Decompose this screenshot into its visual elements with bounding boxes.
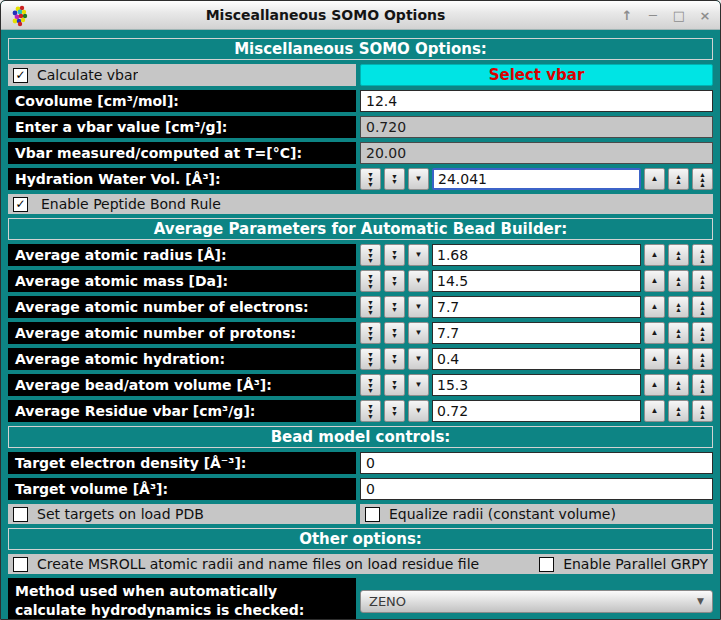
increment-fast-button[interactable]: ▲▲▲ <box>692 168 713 190</box>
increment-medium-button[interactable]: ▲▲ <box>668 374 689 396</box>
vbar-temperature-label: Vbar measured/computed at T=[°C]: <box>8 142 356 164</box>
decrement-medium-button[interactable]: ▼▼ <box>384 348 405 370</box>
avg-atomic-mass-input[interactable] <box>432 270 641 292</box>
decrement-button[interactable]: ▼ <box>408 322 429 344</box>
increment-medium-button[interactable]: ▲▲ <box>668 244 689 266</box>
calculate-vbar-checkbox[interactable]: ✓ <box>13 68 28 83</box>
decrement-fast-button[interactable]: ▼▼▼ <box>360 296 381 318</box>
increment-button[interactable]: ▲ <box>644 244 665 266</box>
avg-residue-vbar-label: Average Residue vbar [cm³/g]: <box>8 400 356 422</box>
decrement-medium-button[interactable]: ▼▼ <box>384 244 405 266</box>
decrement-fast-button[interactable]: ▼▼▼ <box>360 374 381 396</box>
decrement-medium-button[interactable]: ▼▼ <box>384 374 405 396</box>
avg-electrons-input[interactable] <box>432 296 641 318</box>
increment-medium-button[interactable]: ▲▲ <box>668 322 689 344</box>
decrement-button[interactable]: ▼ <box>408 270 429 292</box>
increment-fast-button[interactable]: ▲▲▲ <box>692 374 713 396</box>
minimize-window-icon[interactable]: ─ <box>646 9 660 22</box>
avg-hydration-input[interactable] <box>432 348 641 370</box>
increment-fast-button[interactable]: ▲▲▲ <box>692 322 713 344</box>
set-targets-group: Set targets on load PDB <box>8 504 356 524</box>
decrement-medium-button[interactable]: ▼▼ <box>384 400 405 422</box>
covolume-input[interactable] <box>360 90 713 112</box>
down-arrow-icon: ▼ <box>415 277 423 285</box>
avg-protons-input[interactable] <box>432 322 641 344</box>
method-dropdown[interactable]: ZENO ▼ <box>360 590 713 613</box>
decrement-medium-button[interactable]: ▼▼ <box>384 322 405 344</box>
decrement-medium-button[interactable]: ▼▼ <box>384 296 405 318</box>
decrement-fast-button[interactable]: ▼▼▼ <box>360 168 381 190</box>
increment-medium-button[interactable]: ▲▲ <box>668 348 689 370</box>
increment-button[interactable]: ▲ <box>644 168 665 190</box>
increment-fast-button[interactable]: ▲▲▲ <box>692 296 713 318</box>
down-arrow-icon: ▼ <box>415 251 423 259</box>
increment-button[interactable]: ▲ <box>644 348 665 370</box>
decrement-fast-button[interactable]: ▼▼▼ <box>360 348 381 370</box>
bead-checkbox-row: Set targets on load PDB Equalize radii (… <box>8 504 713 524</box>
decrement-button[interactable]: ▼ <box>408 296 429 318</box>
increment-fast-button[interactable]: ▲▲▲ <box>692 348 713 370</box>
avg-bead-volume-input[interactable] <box>432 374 641 396</box>
increment-button[interactable]: ▲ <box>644 322 665 344</box>
avg-atomic-radius-input[interactable] <box>432 244 641 266</box>
close-window-icon[interactable]: × <box>698 9 712 22</box>
maximize-window-icon[interactable]: □ <box>672 9 686 22</box>
set-targets-checkbox[interactable] <box>13 507 28 522</box>
peptide-bond-rule-row: ✓ Enable Peptide Bond Rule <box>8 194 713 214</box>
down-arrow-icon: ▼ <box>415 355 423 363</box>
increment-button[interactable]: ▲ <box>644 400 665 422</box>
decrement-button[interactable]: ▼ <box>408 400 429 422</box>
avg-protons-label: Average atomic number of protons: <box>8 322 356 344</box>
method-label: Method used when automatically calculate… <box>8 578 356 620</box>
down-arrow-icon: ▼ <box>415 303 423 311</box>
decrement-button[interactable]: ▼ <box>408 348 429 370</box>
increment-medium-button[interactable]: ▲▲ <box>668 296 689 318</box>
up-arrow-icon: ▲ <box>651 381 659 389</box>
decrement-button[interactable]: ▼ <box>408 168 429 190</box>
parallel-grpy-checkbox[interactable] <box>539 557 554 572</box>
msroll-group: Create MSROLL atomic radii and name file… <box>13 556 479 572</box>
avg-bead-volume-counter: ▼▼▼ ▼▼ ▼ ▲ ▲▲ ▲▲▲ <box>360 374 713 396</box>
down-arrow-icon: ▼ <box>415 175 423 183</box>
target-volume-input[interactable] <box>360 478 713 500</box>
up-arrow-icon: ▲ <box>651 251 659 259</box>
shade-window-icon[interactable]: ↑ <box>620 9 634 22</box>
vbar-temperature-input <box>360 142 713 164</box>
vbar-value-input <box>360 116 713 138</box>
avg-residue-vbar-input[interactable] <box>432 400 641 422</box>
decrement-fast-button[interactable]: ▼▼▼ <box>360 270 381 292</box>
down-arrow-icon: ▼ <box>415 381 423 389</box>
vbar-temperature-row: Vbar measured/computed at T=[°C]: <box>8 142 713 164</box>
increment-fast-button[interactable]: ▲▲▲ <box>692 244 713 266</box>
peptide-bond-rule-checkbox[interactable]: ✓ <box>13 197 28 212</box>
hydration-water-vol-input[interactable] <box>432 168 641 190</box>
covolume-label: Covolume [cm³/mol]: <box>8 90 356 112</box>
avg-electrons-counter: ▼▼▼ ▼▼ ▼ ▲ ▲▲ ▲▲▲ <box>360 296 713 318</box>
calculate-vbar-label: Calculate vbar <box>37 67 138 83</box>
decrement-fast-button[interactable]: ▼▼▼ <box>360 244 381 266</box>
avg-atomic-mass-label: Average atomic mass [Da]: <box>8 270 356 292</box>
title-bar: Misceallaneous SOMO Options ↑ ─ □ × <box>1 1 720 30</box>
increment-fast-button[interactable]: ▲▲▲ <box>692 400 713 422</box>
decrement-medium-button[interactable]: ▼▼ <box>384 168 405 190</box>
decrement-button[interactable]: ▼ <box>408 374 429 396</box>
msroll-checkbox[interactable] <box>13 557 28 572</box>
down-arrow-icon: ▼ <box>415 329 423 337</box>
increment-medium-button[interactable]: ▲▲ <box>668 400 689 422</box>
target-density-input[interactable] <box>360 452 713 474</box>
avg-atomic-radius-label: Average atomic radius [Å]: <box>8 244 356 266</box>
increment-button[interactable]: ▲ <box>644 296 665 318</box>
decrement-medium-button[interactable]: ▼▼ <box>384 270 405 292</box>
decrement-fast-button[interactable]: ▼▼▼ <box>360 322 381 344</box>
equalize-radii-checkbox[interactable] <box>365 507 380 522</box>
decrement-fast-button[interactable]: ▼▼▼ <box>360 400 381 422</box>
increment-button[interactable]: ▲ <box>644 374 665 396</box>
increment-medium-button[interactable]: ▲▲ <box>668 168 689 190</box>
select-vbar-button[interactable]: Select vbar <box>360 64 713 86</box>
target-density-label: Target electron density [Å⁻³]: <box>8 452 356 474</box>
increment-fast-button[interactable]: ▲▲▲ <box>692 270 713 292</box>
increment-medium-button[interactable]: ▲▲ <box>668 270 689 292</box>
avg-hydration-label: Average atomic hydration: <box>8 348 356 370</box>
decrement-button[interactable]: ▼ <box>408 244 429 266</box>
increment-button[interactable]: ▲ <box>644 270 665 292</box>
